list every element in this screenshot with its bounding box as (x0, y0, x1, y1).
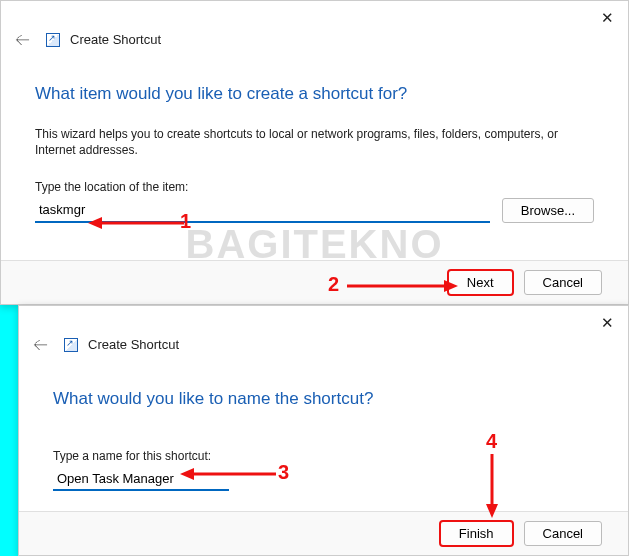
shortcut-icon (64, 338, 78, 352)
dialog-title: Create Shortcut (70, 32, 161, 47)
close-icon[interactable]: ✕ (601, 314, 614, 332)
cancel-button[interactable]: Cancel (524, 521, 602, 546)
location-label: Type the location of the item: (35, 180, 594, 194)
location-input[interactable] (35, 199, 490, 223)
titlebar: ✕ (19, 306, 628, 338)
wizard-heading: What would you like to name the shortcut… (53, 389, 594, 409)
close-icon[interactable]: ✕ (601, 9, 614, 27)
create-shortcut-dialog-step2: ✕ 🡠 Create Shortcut What would you like … (18, 305, 629, 556)
next-button[interactable]: Next (447, 269, 514, 296)
titlebar: ✕ (1, 1, 628, 33)
browse-button[interactable]: Browse... (502, 198, 594, 223)
cancel-button[interactable]: Cancel (524, 270, 602, 295)
dialog-button-row: Next Cancel (1, 260, 628, 304)
shortcut-name-input[interactable] (53, 467, 229, 491)
wizard-description: This wizard helps you to create shortcut… (35, 126, 594, 158)
dialog-button-row: Finish Cancel (19, 511, 628, 555)
create-shortcut-dialog-step1: ✕ 🡠 Create Shortcut What item would you … (0, 0, 629, 305)
dialog-title: Create Shortcut (88, 337, 179, 352)
wizard-heading: What item would you like to create a sho… (35, 84, 594, 104)
shortcut-icon (46, 33, 60, 47)
name-label: Type a name for this shortcut: (53, 449, 594, 463)
finish-button[interactable]: Finish (439, 520, 514, 547)
